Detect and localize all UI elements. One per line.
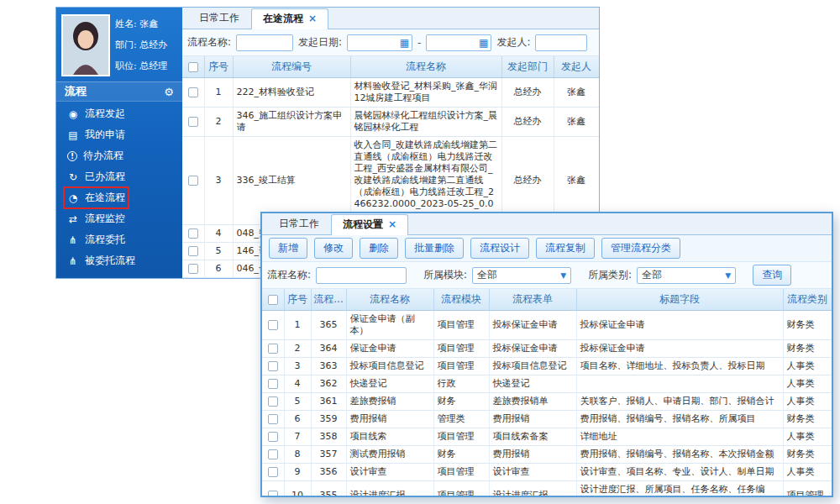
row-checkbox[interactable] <box>188 87 198 97</box>
profile-photo <box>61 14 110 76</box>
row-checkbox[interactable] <box>268 432 278 442</box>
process-copy-button[interactable]: 流程复制 <box>536 238 595 259</box>
batch-delete-button[interactable]: 批量删除 <box>405 238 464 259</box>
table-row[interactable]: 4362快递登记行政快递登记人事类 <box>262 375 832 393</box>
row-checkbox-cell <box>182 78 204 108</box>
sidebar-item-process-initiate[interactable]: ◉流程发起 <box>56 103 182 124</box>
search-button[interactable]: 查询 <box>753 265 791 286</box>
table-row[interactable]: 3363投标项目信息登记项目管理投标项目信息登记项目名称、详细地址、投标负责人、… <box>262 358 832 375</box>
table-row[interactable]: 6359费用报销管理类费用报销费用报销、报销编号、报销名称、所属项目财务类 <box>262 411 832 428</box>
row-checkbox[interactable] <box>268 320 278 330</box>
module-label: 所属模块: <box>423 268 467 282</box>
gear-icon[interactable]: ⚙ <box>164 86 174 98</box>
table-row[interactable]: 1222_材料验收登记材料验收登记_材料采购_张鑫_华润12城房建工程项目总经办… <box>182 78 599 108</box>
sitemap-icon: ⋔ <box>67 255 79 267</box>
table-row[interactable]: 2364保证金申请项目管理投标保证金申请投标保证金申请财务类 <box>262 340 832 358</box>
row-checkbox[interactable] <box>268 491 278 497</box>
table-row[interactable]: 10355设计进度汇报项目管理设计进度汇报设计进度汇报、所属项目、任务名称、任务… <box>262 481 832 498</box>
front-filter-bar: 流程名称: 所属模块: 全部 ▼ 所属类别: 全部 ▼ 查询 <box>262 262 832 289</box>
table-cell: 人事类 <box>783 464 832 481</box>
category-select[interactable]: 全部 ▼ <box>637 267 736 284</box>
row-checkbox[interactable] <box>188 117 198 127</box>
sidebar-item-label: 流程委托 <box>85 233 125 247</box>
process-name-label: 流程名称: <box>187 35 231 50</box>
sidebar-item-delegated-processes[interactable]: ⋔被委托流程 <box>56 250 182 271</box>
row-checkbox-cell <box>182 225 204 243</box>
process-name-input[interactable] <box>236 34 293 51</box>
row-checkbox[interactable] <box>188 246 198 256</box>
tab-in-transit-processes[interactable]: 在途流程× <box>251 8 328 29</box>
row-checkbox-cell <box>262 464 284 481</box>
table-cell: 7 <box>284 428 311 446</box>
sidebar-item-my-applications[interactable]: ▤我的申请 <box>56 124 182 145</box>
sidebar-item-in-transit-processes[interactable]: ◔在途流程 <box>56 187 182 208</box>
add-button[interactable]: 新增 <box>269 238 307 259</box>
sidebar-section-header: 流程 ⚙ <box>56 81 182 102</box>
close-tab-icon[interactable]: × <box>388 218 396 230</box>
row-checkbox[interactable] <box>188 228 198 239</box>
select-all-checkbox[interactable] <box>268 295 278 305</box>
back-tab-bar: 日常工作 在途流程× <box>182 8 599 29</box>
process-design-button[interactable]: 流程设计 <box>470 238 529 259</box>
column-header: 流程名称 <box>350 56 501 78</box>
broadcast-icon: ◉ <box>67 108 79 120</box>
table-cell: 差旅费报销单 <box>489 393 576 411</box>
table-cell: 365 <box>311 311 346 340</box>
end-date-input[interactable]: ▦ <box>426 34 491 51</box>
sidebar-item-process-monitor[interactable]: ⇄流程监控 <box>56 208 182 229</box>
start-date-input[interactable]: ▦ <box>347 34 412 51</box>
row-checkbox[interactable] <box>268 396 278 407</box>
row-checkbox-cell <box>182 260 204 278</box>
row-checkbox[interactable] <box>268 379 278 389</box>
tab-daily-work[interactable]: 日常工作 <box>267 213 331 234</box>
table-cell: 设计审查、项目名称、专业、设计人、制单日期 <box>576 464 783 481</box>
process-name-input[interactable] <box>316 267 407 284</box>
sidebar-item-pending-processes[interactable]: !待办流程 <box>56 145 182 166</box>
table-cell: 5 <box>284 393 311 411</box>
table-row[interactable]: 9356设计审查项目管理设计审查设计审查、项目名称、专业、设计人、制单日期人事类 <box>262 464 832 481</box>
row-checkbox[interactable] <box>268 449 278 459</box>
row-checkbox[interactable] <box>268 361 278 371</box>
table-cell: 1 <box>204 78 233 108</box>
row-checkbox-cell <box>182 243 204 260</box>
profile-name: 姓名: 张鑫 <box>115 13 167 34</box>
table-cell: 项目管理 <box>433 358 489 375</box>
row-checkbox[interactable] <box>268 344 278 354</box>
tab-process-settings[interactable]: 流程设置× <box>331 214 408 235</box>
close-tab-icon[interactable]: × <box>308 13 317 24</box>
row-checkbox[interactable] <box>268 467 278 477</box>
sidebar-item-process-delegation[interactable]: ⋔流程委托 <box>56 229 182 250</box>
table-row[interactable]: 7358项目线索项目管理项目线索备案详细地址人事类 <box>262 428 832 446</box>
table-cell: 张鑫 <box>554 108 599 137</box>
table-cell: 项目管理 <box>433 464 489 481</box>
row-checkbox-cell <box>182 108 204 137</box>
chevron-down-icon: ▼ <box>560 271 566 280</box>
select-all-header <box>182 56 204 78</box>
calendar-icon[interactable]: ▦ <box>479 38 488 48</box>
table-row[interactable]: 5361差旅费报销财务差旅费报销单关联客户、报销人、申请日期、部门、报销合计人事… <box>262 393 832 411</box>
refresh-icon: ↻ <box>67 171 79 183</box>
sidebar-section-title: 流程 <box>65 84 87 99</box>
table-cell: 财务类 <box>783 311 832 340</box>
table-cell: 人事类 <box>783 428 832 446</box>
table-row[interactable]: 2346_施工组织设计方案申请晨铭园林绿化工程组织设计方案_晨铭园林绿化工程总经… <box>182 108 599 137</box>
table-cell: 3 <box>284 358 311 375</box>
calendar-icon[interactable]: ▦ <box>400 38 409 48</box>
tab-daily-work[interactable]: 日常工作 <box>187 8 251 29</box>
initiator-input[interactable] <box>535 34 587 51</box>
sidebar-item-completed-processes[interactable]: ↻已办流程 <box>56 166 182 187</box>
table-row[interactable]: 8357测试费用报销财务费用报销费用报销、报销编号、报销名称、本次报销金额财务类 <box>262 446 832 464</box>
module-select[interactable]: 全部 ▼ <box>472 267 571 284</box>
table-cell: 222_材料验收登记 <box>233 78 350 108</box>
manage-process-category-button[interactable]: 管理流程分类 <box>601 238 680 259</box>
select-all-checkbox[interactable] <box>188 62 198 72</box>
row-checkbox[interactable] <box>188 264 198 274</box>
table-cell: 行政 <box>433 375 489 393</box>
row-checkbox[interactable] <box>268 414 278 424</box>
table-cell: 346_施工组织设计方案申请 <box>233 108 350 137</box>
delete-button[interactable]: 删除 <box>360 238 398 259</box>
tab-label: 日常工作 <box>199 12 239 24</box>
row-checkbox[interactable] <box>188 176 198 186</box>
modify-button[interactable]: 修改 <box>314 238 353 259</box>
table-row[interactable]: 1365保证金申请（副本）项目管理投标保证金申请投标保证金申请财务类 <box>262 311 832 340</box>
